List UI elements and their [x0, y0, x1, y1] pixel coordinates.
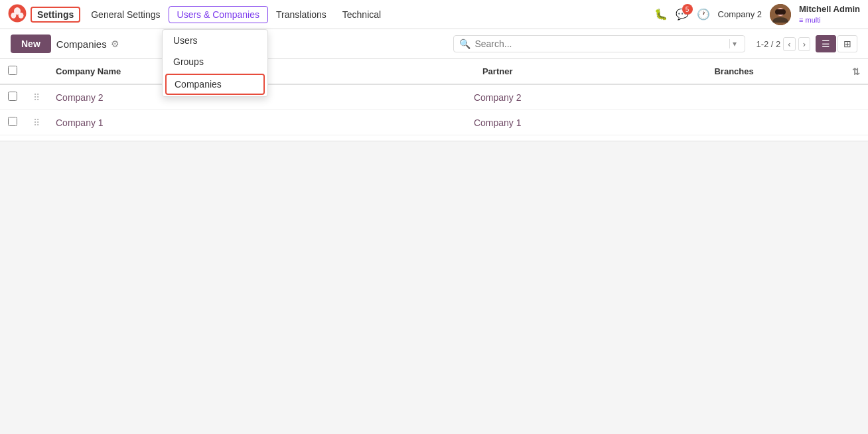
- svg-rect-6: [775, 9, 786, 15]
- view-toggle: ☰ ⊞: [816, 35, 857, 52]
- table-row: ⠿ Company 1 Company 1: [0, 110, 868, 135]
- nav-users-companies[interactable]: Users & Companies: [169, 6, 269, 23]
- search-container: 🔍 ▾: [453, 35, 745, 52]
- search-icon: 🔍: [459, 38, 470, 49]
- svg-point-3: [19, 13, 24, 19]
- drag-handle-icon[interactable]: ⠿: [33, 117, 40, 128]
- row2-partner-link[interactable]: Company 1: [474, 117, 522, 128]
- svg-point-2: [11, 13, 16, 19]
- user-sub: ≡ multi: [799, 15, 860, 25]
- user-avatar[interactable]: [770, 4, 791, 25]
- row1-extra: [844, 84, 868, 110]
- row1-branches: [624, 84, 844, 110]
- debug-icon-button[interactable]: 🐛: [654, 8, 668, 21]
- user-info: Mitchell Admin ≡ multi: [799, 4, 860, 25]
- row1-drag-handle-cell[interactable]: ⠿: [25, 84, 48, 110]
- messages-badge: 5: [682, 4, 693, 15]
- pagination-info: 1-2 / 2 ‹ ›: [756, 37, 810, 51]
- row1-checkbox-cell[interactable]: [0, 84, 25, 110]
- select-all-checkbox[interactable]: [8, 66, 17, 75]
- pagination-next-button[interactable]: ›: [798, 37, 810, 51]
- top-navigation: Settings General Settings Users & Compan…: [0, 0, 868, 29]
- debug-icon: 🐛: [654, 8, 668, 21]
- row2-checkbox-cell[interactable]: [0, 110, 25, 135]
- clock-icon: 🕐: [697, 8, 710, 21]
- list-view-button[interactable]: ☰: [816, 35, 836, 52]
- pagination-prev-button[interactable]: ‹: [783, 37, 795, 51]
- table-row: ⠿ Company 2 Company 2: [0, 84, 868, 110]
- row1-partner-link[interactable]: Company 2: [474, 92, 522, 103]
- row1-checkbox[interactable]: [8, 92, 17, 101]
- search-dropdown-button[interactable]: ▾: [729, 39, 739, 48]
- company-name-label: Company 2: [718, 9, 762, 19]
- header-filter-icon[interactable]: ⇅: [844, 59, 868, 84]
- nav-right-area: 🐛 💬 5 🕐 Company 2 Mitchell Admin ≡ multi: [654, 4, 860, 25]
- clock-icon-button[interactable]: 🕐: [697, 8, 710, 21]
- table-header-row: Company Name Partner Branches ⇅: [0, 59, 868, 84]
- companies-table-container: Company Name Partner Branches ⇅ ⠿ Compan…: [0, 59, 868, 141]
- dropdown-companies[interactable]: Companies: [165, 74, 265, 95]
- app-logo[interactable]: [8, 4, 27, 25]
- list-toolbar: New Companies ⚙ 🔍 ▾ 1-2 / 2 ‹ › ☰ ⊞: [0, 29, 868, 59]
- column-filter-icon[interactable]: ⇅: [852, 66, 860, 77]
- dropdown-groups[interactable]: Groups: [163, 51, 267, 72]
- row2-branches: [624, 110, 844, 135]
- messages-icon-button[interactable]: 💬 5: [676, 8, 689, 21]
- header-partner[interactable]: Partner: [371, 59, 624, 84]
- table-separator: [0, 141, 868, 141]
- settings-nav-button[interactable]: Settings: [31, 7, 80, 23]
- drag-handle-icon[interactable]: ⠿: [33, 92, 40, 103]
- row2-partner[interactable]: Company 1: [371, 110, 624, 135]
- row1-company-link[interactable]: Company 2: [56, 92, 104, 103]
- header-select-all[interactable]: [0, 59, 25, 84]
- user-name: Mitchell Admin: [799, 4, 860, 15]
- row2-drag-handle-cell[interactable]: ⠿: [25, 110, 48, 135]
- row2-company-name[interactable]: Company 1: [48, 110, 371, 135]
- new-button[interactable]: New: [11, 35, 51, 53]
- kanban-view-button[interactable]: ⊞: [837, 35, 857, 52]
- nav-translations[interactable]: Translations: [268, 7, 334, 23]
- row2-checkbox[interactable]: [8, 117, 17, 126]
- header-branches[interactable]: Branches: [624, 59, 844, 84]
- header-drag: [25, 59, 48, 84]
- settings-gear-icon[interactable]: ⚙: [111, 38, 119, 49]
- row2-company-link[interactable]: Company 1: [56, 117, 104, 128]
- users-companies-dropdown: Users Groups Companies: [162, 29, 268, 97]
- dropdown-users[interactable]: Users: [163, 30, 267, 51]
- page-title: Companies: [56, 38, 107, 50]
- nav-technical[interactable]: Technical: [334, 7, 389, 23]
- row1-partner[interactable]: Company 2: [371, 84, 624, 110]
- pagination-label: 1-2 / 2: [756, 39, 780, 49]
- nav-general-settings[interactable]: General Settings: [83, 7, 168, 23]
- page-title-area: Companies ⚙: [56, 38, 119, 50]
- row2-extra: [844, 110, 868, 135]
- search-input[interactable]: [474, 38, 727, 49]
- companies-table: Company Name Partner Branches ⇅ ⠿ Compan…: [0, 59, 868, 135]
